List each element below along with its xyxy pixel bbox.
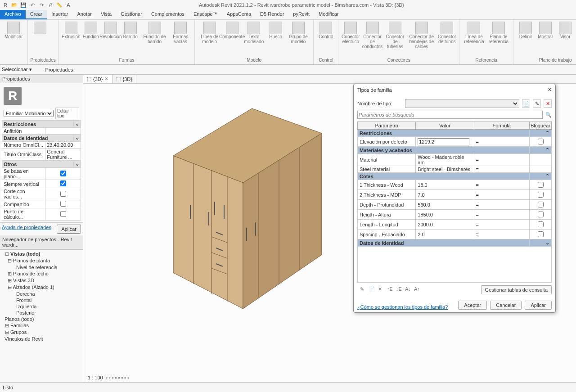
ribbon-item[interactable] xyxy=(31,21,50,35)
delete-type-icon[interactable]: ✕ xyxy=(544,99,552,108)
ribbon-tab-vista[interactable]: Vista xyxy=(96,10,116,19)
sort-desc-icon[interactable]: A↑ xyxy=(414,286,421,293)
canvas-3d-view[interactable]: ⬚{3D}✕⬚{3D} xyxy=(83,75,576,382)
edit-type-button[interactable]: Editar tipo xyxy=(55,108,79,119)
ribbon-tab-enscape™[interactable]: Enscape™ xyxy=(189,10,222,19)
ribbon-tab-d5 render[interactable]: D5 Render xyxy=(256,10,288,19)
new-param-icon[interactable]: 📄 xyxy=(369,286,376,293)
ribbon-grupo-de-modelo[interactable]: Grupo de modelo xyxy=(286,21,311,45)
tree-item[interactable]: Izquierda xyxy=(1,303,82,310)
tree-item[interactable]: ⊟ Vistas (todo) xyxy=(1,251,82,257)
ribbon-hueco[interactable]: Hueco xyxy=(266,21,285,40)
tree-item[interactable]: Vínculos de Revit xyxy=(1,336,82,342)
text-icon[interactable]: A xyxy=(65,1,72,9)
ok-button[interactable]: Aceptar xyxy=(458,301,487,310)
param-toolbar: ✎ 📄 ✕ ↑E ↓E A↓ A↑ xyxy=(360,286,421,293)
ribbon-fundido[interactable]: Fundido xyxy=(81,21,100,40)
view-control-bar[interactable]: 1 : 100 ▫ ▫ ▫ ▫ ▫ ▫ ▫ ▫ xyxy=(88,375,129,380)
tree-item[interactable]: ⊞ Grupos xyxy=(1,329,82,336)
family-selector[interactable]: Familia: Mobiliario xyxy=(4,110,54,117)
tree-item[interactable]: Nivel de referencia xyxy=(1,264,82,270)
view-tab[interactable]: ⬚{3D}✕ xyxy=(83,75,112,83)
sidebar: Propiedades R Familia: Mobiliario Editar… xyxy=(0,75,83,382)
ribbon-tab-modificar[interactable]: Modificar xyxy=(314,10,343,19)
window-title: Autodesk Revit 2021.1.2 - Revit wardrobe… xyxy=(74,2,529,8)
new-type-icon[interactable]: 📄 xyxy=(522,99,530,108)
elevation-input[interactable] xyxy=(418,138,469,145)
print-icon[interactable]: 🖨 xyxy=(47,1,54,9)
open-icon[interactable]: 📂 xyxy=(11,1,18,9)
parameters-table[interactable]: ParámetroValorFórmulaBloquearRestriccion… xyxy=(357,122,552,247)
dialog-help-link[interactable]: ¿Cómo se gestionan los tipos de familia? xyxy=(357,304,448,310)
view-tabs: ⬚{3D}✕⬚{3D} xyxy=(83,75,576,84)
view-tab[interactable]: ⬚{3D} xyxy=(112,75,136,83)
apply-button[interactable]: Aplicar xyxy=(57,225,81,234)
ribbon-plano-de-referencia[interactable]: Plano de referencia xyxy=(487,21,511,45)
search-params-input[interactable] xyxy=(357,111,543,119)
svg-marker-1 xyxy=(173,156,243,309)
tree-item[interactable]: ⊟ Alzados (Alzado 1) xyxy=(1,284,82,291)
quick-access-toolbar: R 📂 💾 ↶ ↷ 🖨 📏 A xyxy=(2,1,72,9)
ribbon-definir[interactable]: Definir xyxy=(516,21,535,40)
tree-item[interactable]: ⊞ Planos de techo xyxy=(1,270,82,277)
project-browser-tree[interactable]: ⊟ Vistas (todo)⊟ Planos de planta Nivel … xyxy=(0,250,83,343)
tree-item[interactable]: ⊞ Familias xyxy=(1,322,82,329)
ribbon-línea-de-referencia[interactable]: Línea de referencia xyxy=(462,21,486,45)
type-name-select[interactable] xyxy=(405,99,519,108)
ribbon-conector-de-conductos[interactable]: Conector de conductos xyxy=(361,21,383,50)
ribbon-tab-insertar[interactable]: Insertar xyxy=(47,10,72,19)
cancel-button[interactable]: Cancelar xyxy=(490,301,522,310)
edit-param-icon[interactable]: ✎ xyxy=(360,286,367,293)
delete-param-icon[interactable]: ✕ xyxy=(378,286,385,293)
properties-table: Restricciones⌄AnfitriónDatos de identida… xyxy=(2,120,81,221)
ribbon-tab-appscema[interactable]: AppsCema xyxy=(222,10,256,19)
apply-dialog-button[interactable]: Aplicar xyxy=(525,301,552,310)
tree-item[interactable]: Frontal xyxy=(1,297,82,303)
ribbon-conector-de-bandejas-de-cables[interactable]: Conector de bandejas de cables xyxy=(406,21,436,50)
close-icon[interactable]: ✕ xyxy=(548,87,552,93)
tree-item[interactable]: ⊞ Vistas 3D xyxy=(1,277,82,284)
ribbon-tab-complementos[interactable]: Complementos xyxy=(147,10,189,19)
ribbon-modificar[interactable]: Modificar xyxy=(3,21,25,40)
measure-icon[interactable]: 📏 xyxy=(56,1,63,9)
move-up-icon[interactable]: ↑E xyxy=(387,286,394,293)
rename-type-icon[interactable]: ✎ xyxy=(533,99,541,108)
ribbon-extrusión[interactable]: Extrusión xyxy=(62,21,81,40)
search-icon[interactable]: 🔍 xyxy=(545,112,552,118)
ribbon-conector-de-tubos[interactable]: Conector de tubos xyxy=(437,21,456,45)
ribbon-mostrar[interactable]: Mostrar xyxy=(536,21,555,40)
ribbon-formas-vacías[interactable]: Formas vacías xyxy=(169,21,192,45)
tree-item[interactable]: ⊟ Planos de planta xyxy=(1,257,82,264)
ribbon-tab-pyrevit[interactable]: pyRevit xyxy=(288,10,314,19)
tree-item[interactable]: Derecha xyxy=(1,291,82,297)
redo-icon[interactable]: ↷ xyxy=(38,1,45,9)
sort-asc-icon[interactable]: A↓ xyxy=(405,286,412,293)
close-icon[interactable]: ✕ xyxy=(104,76,108,82)
lookup-tables-button[interactable]: Gestionar tablas de consulta xyxy=(481,285,552,294)
ribbon-visor[interactable]: Visor xyxy=(556,21,575,40)
move-down-icon[interactable]: ↓E xyxy=(396,286,403,293)
ribbon-control[interactable]: Control xyxy=(316,21,335,40)
select-dropdown[interactable]: Seleccionar ▾ xyxy=(2,67,32,72)
ribbon-texto-modelado[interactable]: Texto modelado xyxy=(243,21,266,45)
properties-header: Propiedades xyxy=(0,75,83,83)
file-menu[interactable]: Archivo xyxy=(0,10,26,19)
ribbon-revolución[interactable]: Revolución xyxy=(101,21,120,40)
ribbon-tab-anotar[interactable]: Anotar xyxy=(73,10,96,19)
properties-help-link[interactable]: Ayuda de propiedades xyxy=(2,225,51,234)
scale-indicator[interactable]: 1 : 100 xyxy=(88,375,103,380)
save-icon[interactable]: 💾 xyxy=(20,1,27,9)
tree-item[interactable]: Planos (todo) xyxy=(1,316,82,322)
ribbon-componente[interactable]: Componente xyxy=(222,21,242,40)
ribbon-fundido-de-barrido[interactable]: Fundido de barrido xyxy=(141,21,169,45)
revit-icon[interactable]: R xyxy=(2,1,9,9)
undo-icon[interactable]: ↶ xyxy=(29,1,36,9)
ribbon-conector-de-tuberías[interactable]: Conector de tuberías xyxy=(385,21,405,50)
ribbon-barrido[interactable]: Barrido xyxy=(121,21,140,40)
ribbon-conector-eléctrico[interactable]: Conector eléctrico xyxy=(341,21,360,45)
ribbon-tab-crear[interactable]: Crear xyxy=(26,10,47,19)
properties-label: Propiedades xyxy=(45,67,73,72)
ribbon-tab-gestionar[interactable]: Gestionar xyxy=(116,10,147,19)
tree-item[interactable]: Posterior xyxy=(1,310,82,316)
ribbon-línea-de-modelo[interactable]: Línea de modelo xyxy=(198,21,221,45)
